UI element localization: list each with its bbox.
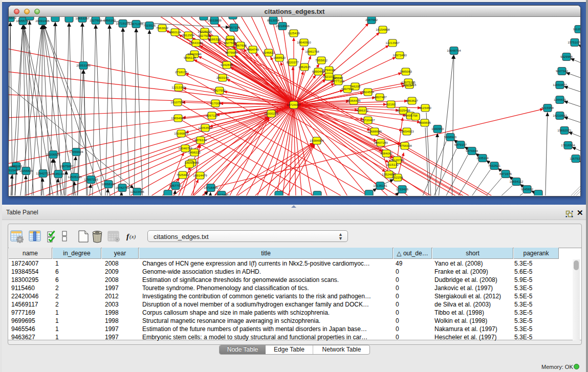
- svg-text:1615132: 1615132: [386, 163, 399, 166]
- svg-text:417006: 417006: [210, 101, 221, 105]
- svg-text:16671355: 16671355: [129, 22, 143, 26]
- svg-text:16543362: 16543362: [189, 41, 203, 45]
- svg-text:1733426: 1733426: [396, 187, 409, 191]
- svg-text:3267110: 3267110: [206, 114, 218, 117]
- svg-text:16154808: 16154808: [376, 28, 390, 31]
- svg-text:1167533: 1167533: [570, 157, 580, 160]
- svg-text:2867608: 2867608: [234, 43, 247, 47]
- svg-text:16782759: 16782759: [115, 186, 129, 189]
- svg-text:20091406: 20091406: [35, 19, 50, 23]
- svg-text:17957225: 17957225: [84, 178, 98, 181]
- svg-text:1145194: 1145194: [52, 172, 64, 176]
- svg-text:7632621: 7632621: [488, 164, 501, 167]
- svg-text:15720407: 15720407: [361, 118, 375, 122]
- svg-text:8220377: 8220377: [287, 60, 299, 64]
- svg-text:19975887: 19975887: [59, 164, 74, 168]
- svg-text:7625402: 7625402: [177, 173, 189, 177]
- svg-text:8878334: 8878334: [194, 138, 207, 142]
- svg-text:15751074: 15751074: [568, 40, 580, 44]
- svg-text:154546: 154546: [225, 37, 236, 41]
- svg-text:16099489: 16099489: [185, 161, 199, 164]
- svg-text:9474444: 9474444: [466, 149, 478, 152]
- svg-text:9327503: 9327503: [198, 34, 211, 37]
- svg-text:19166825: 19166825: [174, 132, 188, 135]
- svg-text:8215958: 8215958: [541, 106, 554, 110]
- svg-text:20053346: 20053346: [76, 63, 91, 67]
- svg-text:14136141: 14136141: [373, 184, 387, 187]
- svg-text:5938923: 5938923: [444, 135, 457, 139]
- svg-text:746206: 746206: [350, 84, 361, 88]
- svg-text:12093877: 12093877: [553, 83, 567, 86]
- svg-text:18640910: 18640910: [297, 40, 311, 44]
- svg-text:10654112: 10654112: [509, 180, 524, 183]
- svg-text:8813054: 8813054: [267, 18, 280, 22]
- svg-text:16120746: 16120746: [390, 158, 404, 162]
- svg-text:18807249: 18807249: [374, 141, 388, 144]
- svg-text:19384554: 19384554: [310, 139, 324, 142]
- svg-text:9245652: 9245652: [521, 187, 534, 191]
- svg-text:17359924: 17359924: [69, 150, 83, 154]
- svg-text:12923446: 12923446: [214, 193, 229, 195]
- svg-text:1112890: 1112890: [573, 27, 580, 31]
- svg-text:9427552: 9427552: [213, 89, 226, 92]
- svg-text:2718176: 2718176: [175, 70, 188, 74]
- svg-text:1588520: 1588520: [273, 56, 286, 59]
- svg-text:10653267: 10653267: [75, 17, 90, 20]
- svg-text:9463627: 9463627: [406, 99, 419, 102]
- svg-text:3824554: 3824554: [362, 90, 375, 94]
- svg-text:12213369: 12213369: [171, 85, 186, 89]
- svg-text:2087682: 2087682: [365, 18, 378, 21]
- svg-text:9699695: 9699695: [419, 121, 431, 124]
- svg-text:9146821: 9146821: [263, 51, 275, 54]
- svg-text:6466160: 6466160: [103, 18, 116, 22]
- svg-text:19654923: 19654923: [171, 116, 185, 120]
- svg-text:1362615: 1362615: [298, 65, 311, 69]
- svg-text:10958107: 10958107: [101, 182, 116, 186]
- svg-text:8471676: 8471676: [499, 172, 512, 176]
- svg-text:2803144: 2803144: [216, 76, 229, 79]
- svg-text:9084067: 9084067: [380, 151, 393, 155]
- svg-text:6794028: 6794028: [323, 68, 336, 72]
- svg-text:10807487: 10807487: [373, 95, 387, 99]
- svg-text:2935114: 2935114: [476, 156, 489, 160]
- svg-text:18055712: 18055712: [16, 19, 30, 23]
- svg-text:10961758: 10961758: [305, 50, 319, 53]
- svg-text:9115460: 9115460: [419, 106, 431, 110]
- svg-text:15300275: 15300275: [264, 112, 278, 115]
- svg-text:16107554: 16107554: [170, 100, 185, 104]
- svg-text:12942757: 12942757: [36, 171, 50, 175]
- svg-text:15716485: 15716485: [204, 186, 218, 189]
- svg-text:16033809: 16033809: [207, 18, 222, 22]
- svg-text:252254: 252254: [393, 176, 403, 179]
- svg-text:10046788: 10046788: [178, 146, 192, 150]
- svg-text:391549: 391549: [9, 168, 18, 172]
- svg-text:8960124: 8960124: [169, 30, 182, 34]
- svg-text:10025438: 10025438: [396, 108, 410, 112]
- svg-text:7663822: 7663822: [156, 26, 169, 30]
- svg-text:13975125: 13975125: [401, 80, 416, 84]
- svg-text:19218906: 19218906: [275, 24, 290, 28]
- svg-text:9857791: 9857791: [169, 184, 182, 187]
- svg-text:16210643: 16210643: [553, 114, 567, 117]
- svg-text:19654923: 19654923: [400, 129, 414, 133]
- svg-text:13353594: 13353594: [198, 126, 212, 129]
- svg-text:9329966: 9329966: [560, 55, 573, 58]
- svg-text:11156829: 11156829: [19, 169, 33, 172]
- svg-text:1640953: 1640953: [431, 127, 444, 130]
- svg-text:8912954: 8912954: [182, 33, 195, 37]
- svg-text:6879197: 6879197: [454, 143, 467, 146]
- svg-text:8454749: 8454749: [247, 48, 259, 51]
- svg-text:12505135: 12505135: [68, 175, 82, 179]
- svg-text:16495758: 16495758: [403, 114, 418, 117]
- svg-text:15226058: 15226058: [198, 30, 212, 33]
- svg-text:12923446: 12923446: [130, 190, 144, 193]
- svg-text:1498222: 1498222: [188, 150, 201, 154]
- svg-text:9242845: 9242845: [221, 63, 233, 67]
- svg-text:62160: 62160: [386, 102, 396, 106]
- svg-text:10973493: 10973493: [393, 53, 407, 57]
- svg-text:8186328: 8186328: [208, 37, 221, 41]
- svg-text:5875685: 5875685: [225, 51, 238, 54]
- svg-text:12213967: 12213967: [385, 41, 400, 45]
- svg-text:10688609: 10688609: [367, 129, 382, 133]
- svg-text:10648764: 10648764: [447, 49, 461, 52]
